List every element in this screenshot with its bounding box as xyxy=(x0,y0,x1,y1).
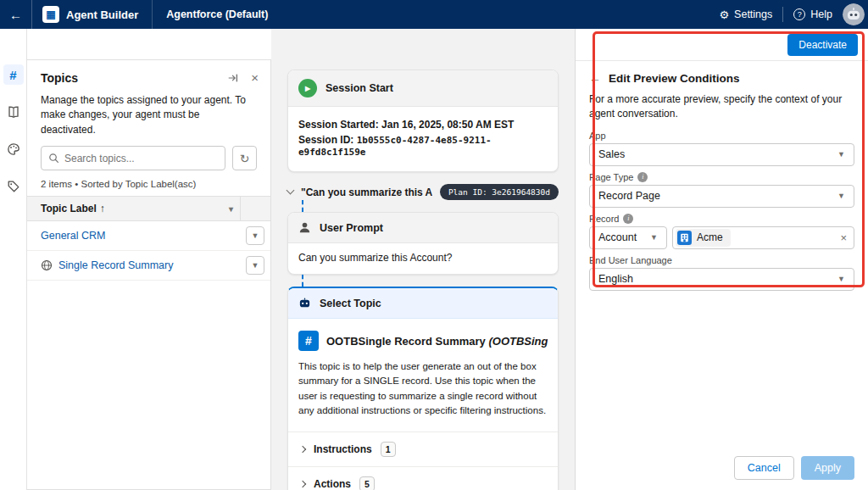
rail-item-theme[interactable] xyxy=(3,139,24,159)
refresh-button[interactable]: ↻ xyxy=(232,146,257,170)
user-prompt-header: User Prompt xyxy=(288,213,558,243)
instructions-expander[interactable]: Instructions 1 xyxy=(288,432,558,466)
left-icon-rail: # xyxy=(0,29,27,490)
preview-back-button[interactable]: ← xyxy=(589,71,601,85)
topic-search-box[interactable] xyxy=(41,146,225,170)
utterance-text: "Can you summarize this Account?" xyxy=(301,187,432,198)
help-label: Help xyxy=(810,8,832,20)
table-row: Single Record Summary ▼ xyxy=(27,251,270,281)
topic-link-general-crm[interactable]: General CRM xyxy=(27,230,240,242)
chevron-down-icon xyxy=(287,187,295,195)
topics-title: Topics xyxy=(41,71,78,85)
language-select[interactable]: English ▼ xyxy=(589,268,854,291)
actions-expander[interactable]: Actions 5 xyxy=(288,466,558,490)
app-switcher[interactable]: ▦ Agent Builder xyxy=(32,6,152,23)
utterance-collapse-row[interactable]: "Can you summarize this Account?" Plan I… xyxy=(287,184,559,200)
chevron-down-icon: ▼ xyxy=(837,275,845,283)
session-start-card: ▶ Session Start Session Started: Jan 16,… xyxy=(287,70,559,172)
actions-label: Actions xyxy=(314,478,351,490)
column-menu-chevron-icon[interactable]: ▾ xyxy=(229,204,233,214)
hash-icon: # xyxy=(9,68,16,82)
book-icon xyxy=(7,105,20,119)
actions-count-badge: 5 xyxy=(359,476,375,490)
close-icon: × xyxy=(840,231,847,244)
record-field-label: Record xyxy=(589,214,619,224)
topic-hash-icon: # xyxy=(298,331,319,351)
user-prompt-title: User Prompt xyxy=(320,222,383,234)
close-icon: × xyxy=(251,70,259,85)
chevron-down-icon: ▼ xyxy=(252,261,259,270)
deactivate-button[interactable]: Deactivate xyxy=(787,34,858,56)
apply-button[interactable]: Apply xyxy=(801,456,854,480)
topics-count-text: 2 items • Sorted by Topic Label(asc) xyxy=(27,170,270,196)
topics-description: Manage the topics assigned to your agent… xyxy=(27,93,270,137)
info-icon[interactable]: i xyxy=(623,214,633,224)
rail-item-tags[interactable] xyxy=(3,176,24,197)
select-topic-title: Select Topic xyxy=(320,298,381,309)
account-building-icon xyxy=(677,231,692,245)
select-topic-header: Select Topic xyxy=(288,288,558,319)
search-icon xyxy=(48,153,59,164)
session-start-header: ▶ Session Start xyxy=(288,70,558,107)
gear-icon: ⚙ xyxy=(719,9,729,20)
clear-record-button[interactable]: × xyxy=(840,231,847,244)
settings-button[interactable]: ⚙ Settings xyxy=(719,8,772,20)
instructions-count-badge: 1 xyxy=(381,442,396,457)
topic-name-suffix: (OOTBSing... xyxy=(488,335,548,348)
info-icon[interactable]: i xyxy=(637,172,648,182)
close-panel-button[interactable]: × xyxy=(251,70,259,85)
dock-panel-button[interactable] xyxy=(227,72,239,84)
topic-link-single-record-summary[interactable]: Single Record Summary xyxy=(27,259,240,271)
agentforce-avatar[interactable] xyxy=(843,3,865,25)
back-button[interactable]: ← xyxy=(0,0,32,29)
page-type-field-label: Page Type xyxy=(589,172,633,182)
tab-agentforce-default[interactable]: Agentforce (Default) xyxy=(152,0,281,29)
user-prompt-card: User Prompt Can you summarize this Accou… xyxy=(287,212,559,275)
language-field: End User Language English ▼ xyxy=(589,255,854,291)
agent-builder-icon: ▦ xyxy=(42,6,59,23)
dock-icon xyxy=(227,72,239,84)
record-pill-acme[interactable]: Acme xyxy=(676,229,731,247)
session-started-line: Session Started: Jan 16, 2025, 08:50 AM … xyxy=(298,119,548,131)
preview-panel-title: Edit Preview Conditions xyxy=(609,72,740,85)
connector-line xyxy=(302,275,575,287)
play-icon: ▶ xyxy=(298,79,317,97)
column-header-topic-label[interactable]: Topic Label ↑ ▾ xyxy=(27,203,240,214)
help-button[interactable]: ? Help xyxy=(793,8,832,20)
help-icon: ? xyxy=(793,8,805,20)
record-field: Record i Account ▼ xyxy=(589,214,854,249)
app-title: Agent Builder xyxy=(66,8,138,21)
global-header: ← ▦ Agent Builder Agentforce (Default) ⚙… xyxy=(0,0,868,29)
record-lookup-input[interactable]: Acme × xyxy=(672,226,854,249)
back-arrow-icon: ← xyxy=(589,71,601,85)
row-actions-button[interactable]: ▼ xyxy=(246,256,264,275)
chevron-down-icon: ▼ xyxy=(837,192,845,200)
rail-item-guide[interactable] xyxy=(3,102,24,122)
refresh-icon: ↻ xyxy=(240,152,250,165)
connector-line xyxy=(302,200,575,212)
chevron-right-icon xyxy=(299,481,306,487)
user-icon xyxy=(298,221,311,234)
search-input[interactable] xyxy=(64,153,218,164)
record-entity-select[interactable]: Account ▼ xyxy=(589,226,667,249)
back-arrow-icon: ← xyxy=(9,8,22,22)
topic-description: This topic is to help the user generate … xyxy=(298,359,548,421)
tab-label: Agentforce (Default) xyxy=(166,8,268,20)
cancel-button[interactable]: Cancel xyxy=(734,456,794,480)
row-actions-button[interactable]: ▼ xyxy=(246,226,264,245)
session-id-line: Session ID: 1b0555c0-4287-4e85-9211-e9fd… xyxy=(298,134,548,158)
instructions-label: Instructions xyxy=(314,443,372,455)
chevron-down-icon: ▼ xyxy=(252,231,259,240)
session-started-value: Jan 16, 2025, 08:50 AM EST xyxy=(381,119,514,131)
header-actions: ⚙ Settings ? Help xyxy=(719,3,868,25)
topic-name: OOTBSingle Record Summary (OOTBSing... xyxy=(326,335,548,348)
page-type-select[interactable]: Record Page ▼ xyxy=(589,185,854,208)
table-row: General CRM ▼ xyxy=(27,221,270,251)
rail-item-topics[interactable]: # xyxy=(3,64,24,85)
topics-panel: Topics × Manage the topics assigned to y… xyxy=(27,59,271,490)
session-start-title: Session Start xyxy=(326,82,393,94)
globe-icon xyxy=(41,259,53,271)
main-area: # Topics xyxy=(0,29,868,490)
robot-avatar-icon xyxy=(843,3,865,25)
app-select[interactable]: Sales ▼ xyxy=(589,143,854,166)
